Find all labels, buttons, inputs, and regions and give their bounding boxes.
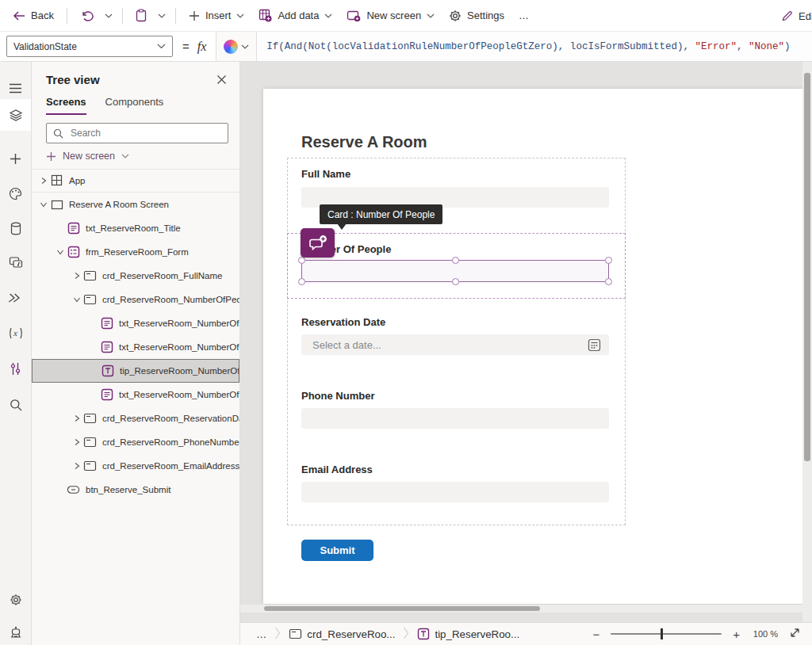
back-button[interactable]: Back: [8, 6, 59, 25]
tree-item-txt-reserveroom-title[interactable]: txt_ReserveRoom_Title: [32, 216, 239, 240]
resize-handle-top-center[interactable]: [452, 257, 459, 264]
rail-item-power-automate[interactable]: [0, 282, 31, 314]
tree-collapsed-chevron-icon[interactable]: [36, 177, 50, 185]
screen-title-label[interactable]: Reserve A Room: [301, 133, 427, 151]
property-selector[interactable]: ValidationState: [6, 36, 173, 57]
rail-item-advanced-tools[interactable]: [0, 353, 31, 384]
tree-item-txt-reserveroom-numberofpeop[interactable]: txt_ReserveRoom_NumberOfPeop: [32, 311, 239, 335]
tree-collapsed-chevron-icon[interactable]: [70, 462, 83, 470]
insert-button[interactable]: Insert: [184, 6, 250, 25]
tree-item-reserve-a-room-screen[interactable]: Reserve A Room Screen: [32, 193, 239, 216]
tree-item-crd-reserveroom-fullname[interactable]: crd_ReserveRoom_FullName: [32, 264, 239, 288]
tab-screens[interactable]: Screens: [46, 96, 86, 115]
chevron-down-icon: [121, 154, 129, 158]
tree-item-txt-reserveroom-numberofpeop[interactable]: txt_ReserveRoom_NumberOfPeop: [32, 383, 239, 406]
close-panel-button[interactable]: [216, 74, 227, 85]
tree-item-crd-reserveroom-phonenumber[interactable]: crd_ReserveRoom_PhoneNumber: [32, 430, 239, 454]
rail-item-tree-view[interactable]: [0, 99, 31, 131]
tree-expanded-chevron-icon[interactable]: [70, 296, 83, 303]
resize-handle-bottom-center[interactable]: [452, 278, 459, 285]
tree-item-app[interactable]: App: [32, 169, 239, 193]
resize-handle-top-right[interactable]: [605, 257, 612, 264]
number-of-people-input[interactable]: [301, 260, 609, 282]
breadcrumb-tooltip[interactable]: tip_ReserveRoo...: [412, 628, 524, 640]
fit-to-window-button[interactable]: [789, 627, 801, 641]
rail-item-variables[interactable]: x: [0, 317, 31, 349]
rail-item-media[interactable]: [0, 246, 31, 278]
new-screen-panel-button[interactable]: New screen: [46, 151, 129, 162]
settings-button[interactable]: Settings: [444, 6, 509, 25]
zoom-slider-thumb[interactable]: [661, 628, 663, 639]
rail-item-theme[interactable]: [0, 177, 31, 209]
pencil-icon: [781, 10, 794, 22]
number-of-people-card[interactable]: Number Of People: [287, 233, 626, 299]
tree-collapsed-chevron-icon[interactable]: [70, 414, 83, 422]
tree-collapsed-chevron-icon[interactable]: [70, 272, 83, 280]
search-input[interactable]: [69, 127, 221, 139]
tree-item-crd-reserveroom-reservationdate[interactable]: crd_ReserveRoom_ReservationDate: [32, 406, 239, 430]
phone-number-input[interactable]: [301, 408, 609, 429]
resize-handle-bottom-left[interactable]: [298, 278, 305, 285]
add-data-icon: [259, 9, 272, 22]
add-data-button[interactable]: Add data: [254, 6, 337, 25]
formula-input[interactable]: If(And(Not(locValidationRuleNumberOfPeop…: [216, 32, 812, 61]
breadcrumb-card[interactable]: crd_ReserveRoo...: [284, 628, 400, 640]
toolbar-more-button[interactable]: …: [514, 6, 534, 25]
full-name-label[interactable]: Full Name: [301, 168, 350, 180]
tree-item-tip-reserveroom-numberofpeop[interactable]: tip_ReserveRoom_NumberOfPeop: [32, 359, 239, 383]
design-canvas[interactable]: Reserve A Room Full Name Number Of Peopl…: [240, 62, 812, 622]
tab-components[interactable]: Components: [105, 96, 164, 115]
vertical-scrollbar[interactable]: [802, 62, 812, 622]
email-address-input[interactable]: [301, 482, 609, 502]
zoom-out-button[interactable]: −: [592, 628, 599, 641]
resize-handle-top-left[interactable]: [298, 257, 305, 264]
horizontal-scrollbar-thumb[interactable]: [264, 606, 540, 611]
paste-menu-chevron[interactable]: [156, 10, 167, 21]
rail-item-search[interactable]: [0, 389, 31, 421]
toolbar-divider: [67, 8, 67, 24]
tree-item-crd-reserveroom-emailaddress[interactable]: crd_ReserveRoom_EmailAddress: [32, 454, 239, 478]
vertical-scrollbar-thumb[interactable]: [804, 73, 810, 461]
media-icon: [9, 256, 23, 269]
submit-button[interactable]: Submit: [301, 540, 373, 561]
paste-button[interactable]: [131, 6, 151, 25]
tree-item-crd-reserveroom-numberofpeople[interactable]: crd_ReserveRoom_NumberOfPeople: [32, 288, 239, 311]
rail-item-data[interactable]: [0, 212, 31, 244]
copilot-icon: [224, 40, 238, 54]
undo-button[interactable]: [75, 6, 98, 25]
tree-item-btn-reserve-submit[interactable]: btn_Reserve_Submit: [32, 478, 239, 502]
resize-handle-bottom-right[interactable]: [605, 278, 612, 285]
formula-text[interactable]: If(And(Not(locValidationRuleNumberOfPeop…: [257, 41, 790, 52]
insert-icon: [10, 153, 21, 165]
tree-expanded-chevron-icon[interactable]: [53, 249, 67, 255]
rail-item-insert[interactable]: [0, 143, 31, 174]
card-icon: [83, 460, 97, 471]
edit-button[interactable]: Edit: [781, 0, 812, 32]
rail-item-virtual-agent[interactable]: [0, 616, 31, 645]
tree-item-label: btn_Reserve_Submit: [86, 485, 170, 494]
breadcrumb-label: crd_ReserveRoo...: [307, 628, 395, 640]
tree-expanded-chevron-icon[interactable]: [36, 201, 50, 208]
add-comment-badge[interactable]: [301, 228, 335, 258]
zoom-slider[interactable]: [611, 633, 722, 635]
tree-item-txt-reserveroom-numberofpeop[interactable]: txt_ReserveRoom_NumberOfPeop: [32, 335, 239, 359]
tree-item-frm-reserveroom-form[interactable]: frm_ReserveRoom_Form: [32, 240, 239, 264]
reservation-date-label[interactable]: Reservation Date: [301, 316, 385, 328]
copilot-button[interactable]: [216, 32, 257, 61]
phone-number-label[interactable]: Phone Number: [301, 390, 374, 402]
virtual-agent-icon: [10, 626, 22, 639]
screen-artboard[interactable]: Reserve A Room Full Name Number Of Peopl…: [263, 89, 802, 604]
calendar-icon[interactable]: [588, 338, 601, 352]
settings-label: Settings: [467, 10, 504, 21]
tree-collapsed-chevron-icon[interactable]: [70, 438, 83, 446]
tree-search-box[interactable]: [46, 123, 228, 143]
horizontal-scrollbar[interactable]: [240, 605, 802, 613]
rail-item-settings[interactable]: [0, 584, 31, 616]
reservation-date-input[interactable]: Select a date...: [301, 334, 609, 355]
undo-menu-chevron[interactable]: [103, 10, 114, 21]
email-address-label[interactable]: Email Address: [301, 464, 373, 475]
breadcrumb-more-button[interactable]: …: [251, 628, 271, 640]
new-screen-button[interactable]: New screen: [342, 6, 439, 25]
zoom-in-button[interactable]: +: [733, 628, 740, 641]
add-data-label: Add data: [278, 10, 319, 21]
